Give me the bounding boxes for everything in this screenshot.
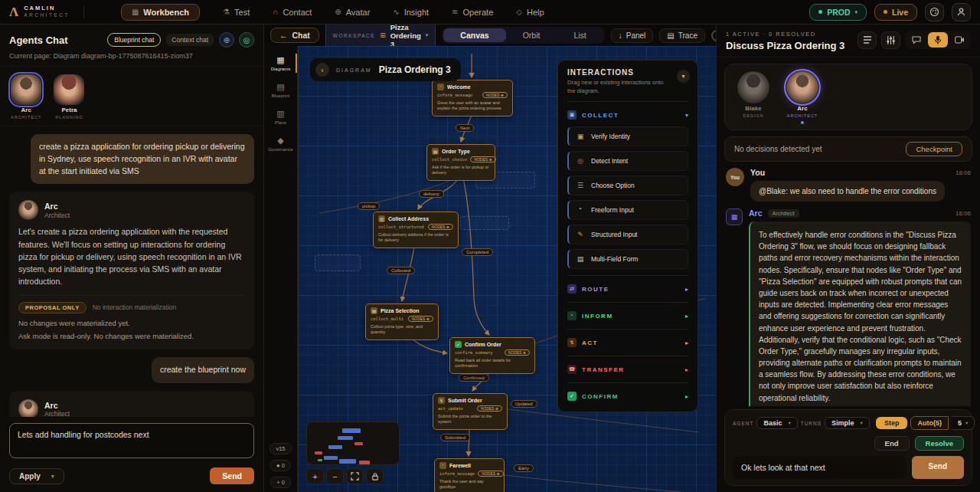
- nav-contact[interactable]: ∩ Contact: [273, 8, 312, 17]
- nav-help[interactable]: ◇ Help: [516, 8, 544, 17]
- resolve-button[interactable]: Resolve: [915, 436, 964, 451]
- badge-note: No interaction materialization: [93, 303, 177, 311]
- tab-list[interactable]: List: [557, 28, 603, 42]
- node-pizza-selection[interactable]: ▤Pizza Selection collect_multiNODES ⊕ Co…: [365, 303, 439, 340]
- nav-operate[interactable]: ≋ Operate: [452, 8, 493, 17]
- auto-count-select[interactable]: 5 ▾: [952, 416, 975, 430]
- chevron-icon: ▸: [685, 393, 688, 400]
- interaction-multi-field-form[interactable]: ▤ Multi-Field Form: [567, 249, 688, 269]
- lock-button[interactable]: [366, 468, 384, 484]
- nav-test[interactable]: ⚗ Test: [223, 8, 250, 17]
- section-inform[interactable]: “ INFORM ▸: [567, 309, 688, 323]
- rail-blueprint[interactable]: ▤ Blueprint: [264, 77, 297, 103]
- node-badge[interactable]: NODES ⊕: [477, 405, 502, 412]
- node-farewell[interactable]: “Farewell inform_messageNODES ⊕ Thank th…: [434, 458, 505, 492]
- zoom-in-button[interactable]: +: [306, 468, 324, 484]
- node-submit-order[interactable]: ↯Submit Order act_updateNODES ⊕ Submit t…: [433, 393, 508, 430]
- queue-button[interactable]: [858, 31, 877, 49]
- node-badge[interactable]: NODES ⊕: [478, 471, 503, 477]
- interaction-freeform-input[interactable]: “ Freeform Input: [567, 200, 688, 220]
- zoom-out-button[interactable]: −: [326, 468, 344, 484]
- nav-label: Contact: [283, 8, 312, 17]
- panel-toggle-button[interactable]: ↓ Panel: [611, 28, 654, 43]
- mode-select[interactable]: Apply ▾: [9, 468, 64, 484]
- live-button[interactable]: Live: [874, 4, 917, 21]
- node-order-type[interactable]: ▤Order Type collect_choiceNODES ⊕ Ask if…: [426, 144, 495, 181]
- app-logo: Λ CAMLIN ARCHITECT: [9, 5, 70, 20]
- diagram-canvas[interactable]: ‹ DIAGRAM Pizza Ordering 3 “Welcome info…: [298, 46, 716, 492]
- step-button[interactable]: Step: [876, 417, 908, 429]
- end-button[interactable]: End: [874, 436, 910, 451]
- rail-governance[interactable]: ◆ Governance: [264, 131, 297, 156]
- minimap[interactable]: [306, 421, 400, 465]
- decisions-text: No decisions detected yet: [734, 145, 822, 153]
- back-button[interactable]: ‹: [315, 63, 329, 77]
- settings-button[interactable]: [881, 31, 900, 49]
- node-collect-address[interactable]: ▥Collect Address collect_structuredNODES…: [373, 212, 459, 248]
- trace-button[interactable]: ▤ Trace: [659, 28, 705, 43]
- counter-badge[interactable]: ● 0: [270, 460, 291, 471]
- panel-label: Panel: [626, 31, 646, 40]
- section-confirm[interactable]: ✓ CONFIRM ▸: [567, 389, 688, 403]
- nav-avatar[interactable]: ⊕ Avatar: [335, 8, 370, 17]
- auto-button[interactable]: Auto(5): [910, 416, 949, 430]
- rail-plans[interactable]: ▥ Plans: [264, 104, 297, 130]
- sender-name: Arc: [44, 401, 70, 411]
- node-badge[interactable]: NODES ⊕: [470, 156, 495, 162]
- turns-select[interactable]: Simple ▾: [825, 417, 870, 429]
- node-badge[interactable]: NODES ⊕: [408, 316, 433, 322]
- interaction-label: Choose Option: [591, 182, 635, 189]
- video-button[interactable]: [949, 32, 969, 48]
- collapse-button[interactable]: ▾: [677, 70, 690, 83]
- node-badge[interactable]: NODES ⊕: [428, 224, 453, 230]
- interaction-structured-input[interactable]: ✎ Structured Input: [567, 225, 688, 244]
- tab-orbit[interactable]: Orbit: [506, 28, 557, 42]
- section-collect[interactable]: ▣ COLLECT ▾: [567, 108, 688, 122]
- focus-context-button[interactable]: ◎: [239, 32, 254, 48]
- back-to-chat-button[interactable]: ← Chat: [270, 28, 319, 43]
- chevron-icon: ▸: [685, 313, 688, 320]
- node-welcome[interactable]: “Welcome inform_messageNODES ⊕ Greet the…: [432, 80, 513, 116]
- participant-arc[interactable]: Arc ARCHITECT: [786, 71, 818, 124]
- avatar: [18, 399, 38, 417]
- node-badge[interactable]: NODES ⊕: [482, 92, 508, 98]
- text-chat-button[interactable]: [906, 32, 926, 48]
- participant-blake[interactable]: Blake DESIGN: [737, 71, 769, 124]
- add-agent-button[interactable]: ⊕: [219, 32, 234, 48]
- section-route[interactable]: ⇄ ROUTE ▸: [567, 282, 688, 296]
- theme-palette-button[interactable]: [925, 3, 944, 21]
- node-badge[interactable]: NODES ⊕: [505, 349, 530, 356]
- nav-workbench[interactable]: ▦ Workbench: [121, 4, 200, 21]
- environment-selector[interactable]: PROD ▾: [809, 4, 867, 21]
- interaction-detect-intent[interactable]: ◎ Detect Intent: [567, 151, 688, 171]
- choice-icon: ▤: [432, 148, 439, 155]
- version-badge[interactable]: v15: [270, 443, 291, 454]
- fit-view-button[interactable]: [346, 468, 364, 484]
- agent-select[interactable]: Basic ▾: [756, 417, 797, 429]
- node-confirm-order[interactable]: ✓Confirm Order confirm_summaryNODES ⊕ Re…: [449, 337, 535, 374]
- chat-input[interactable]: Lets add handling for postcodes next: [9, 423, 254, 458]
- send-button[interactable]: Send: [210, 467, 254, 484]
- turns-label: TURNS: [801, 421, 822, 426]
- edge-label: Next: [456, 124, 474, 132]
- rail-diagrams[interactable]: ▦ Diagrams: [264, 51, 297, 76]
- tab-canvas[interactable]: Canvas: [443, 28, 505, 42]
- send-button[interactable]: Send: [912, 456, 964, 479]
- checkpoint-button[interactable]: Checkpoint: [906, 142, 962, 156]
- chat-message-list[interactable]: create a pizza application for ordering …: [0, 126, 263, 417]
- account-button[interactable]: [952, 3, 971, 21]
- discussion-messages[interactable]: You You 18:06 @Blake: we also need to ha…: [717, 162, 980, 406]
- agent-petra[interactable]: Petra PLANNING: [54, 74, 84, 120]
- section-transfer[interactable]: ☎ TRANSFER ▸: [567, 362, 688, 376]
- interaction-choose-option[interactable]: ☰ Choose Option: [567, 175, 688, 195]
- discussion-input[interactable]: [733, 456, 906, 479]
- chat-bubble-icon: [912, 36, 921, 44]
- section-act[interactable]: ↯ ACT ▸: [567, 336, 688, 349]
- interaction-verify-identity[interactable]: ▣ Verify Identity: [567, 126, 688, 146]
- voice-button[interactable]: [928, 32, 948, 48]
- tab-context-chat[interactable]: Context chat: [165, 34, 214, 46]
- agent-arc[interactable]: Arc ARCHITECT: [11, 74, 41, 120]
- tab-blueprint-chat[interactable]: Blueprint chat: [107, 33, 161, 47]
- nav-insight[interactable]: ∿ Insight: [393, 8, 429, 17]
- counter-badge[interactable]: + 0: [270, 477, 291, 488]
